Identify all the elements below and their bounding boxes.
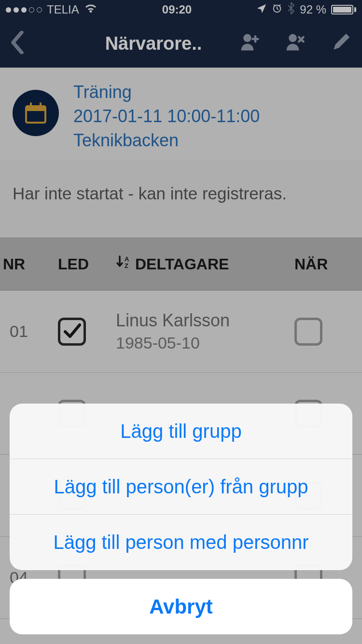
action-add-group[interactable]: Lägg till grupp: [10, 404, 352, 459]
action-add-persons-from-group[interactable]: Lägg till person(er) från grupp: [10, 459, 352, 515]
action-sheet: Lägg till grupp Lägg till person(er) frå…: [10, 404, 352, 634]
action-cancel[interactable]: Avbryt: [10, 579, 352, 634]
action-add-person-by-id[interactable]: Lägg till person med personnr: [10, 515, 352, 570]
